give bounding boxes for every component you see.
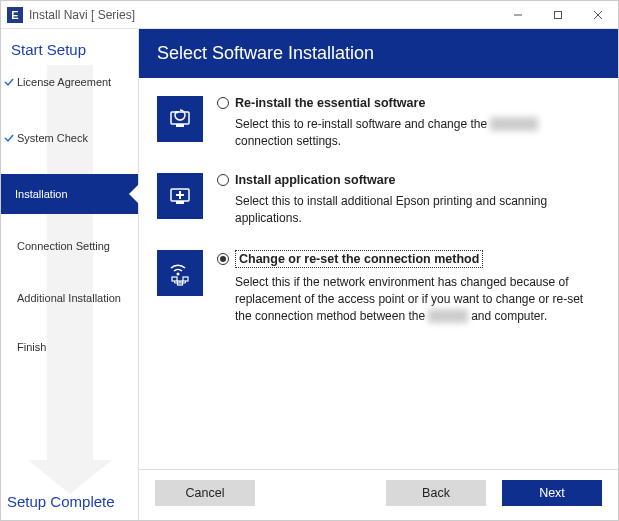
redacted-text: Printer: [428, 309, 467, 323]
option-title: Re-install the essential software: [235, 96, 425, 110]
radio-reinstall[interactable]: [217, 97, 229, 109]
back-button[interactable]: Back: [386, 480, 486, 506]
svg-rect-13: [183, 277, 188, 281]
sidebar-step-installation: Installation: [1, 174, 138, 214]
close-button[interactable]: [578, 1, 618, 28]
sidebar-start-label: Start Setup: [1, 29, 138, 66]
cancel-button[interactable]: Cancel: [155, 480, 255, 506]
network-icon: [157, 250, 203, 296]
option-title: Install application software: [235, 173, 395, 187]
svg-rect-5: [176, 124, 184, 127]
reinstall-icon: [157, 96, 203, 142]
minimize-icon: [513, 10, 523, 20]
sidebar-step-license: License Agreement: [1, 66, 138, 98]
svg-point-11: [177, 272, 180, 275]
install-apps-icon: [157, 173, 203, 219]
radio-install-apps[interactable]: [217, 174, 229, 186]
maximize-icon: [553, 10, 563, 20]
options-area: Re-install the essential software Select…: [139, 78, 618, 469]
svg-rect-1: [555, 11, 562, 18]
sidebar-step-finish: Finish: [1, 331, 138, 363]
redacted-text: Printer's: [490, 117, 538, 131]
option-description: Select this to re-install software and c…: [217, 116, 598, 151]
maximize-button[interactable]: [538, 1, 578, 28]
installer-window: E Install Navi [ Series] Start Setup: [0, 0, 619, 521]
svg-rect-4: [171, 112, 189, 124]
main-panel: Select Software Installation: [139, 29, 618, 520]
option-title: Change or re-set the connection method: [235, 250, 483, 268]
window-title: Install Navi [ Series]: [29, 8, 498, 22]
sidebar-step-label: Finish: [17, 341, 46, 353]
sidebar-step-label: Additional Installation: [17, 292, 121, 304]
sidebar-complete-label: Setup Complete: [1, 485, 138, 520]
titlebar: E Install Navi [ Series]: [1, 1, 618, 29]
sidebar-step-label: System Check: [17, 132, 88, 144]
checkmark-icon: [4, 133, 14, 143]
page-title: Select Software Installation: [139, 29, 618, 78]
radio-change-connection[interactable]: [217, 253, 229, 265]
next-button[interactable]: Next: [502, 480, 602, 506]
app-logo: E: [7, 7, 23, 23]
sidebar-step-additional: Additional Installation: [1, 282, 138, 315]
sidebar-step-label: Connection Setting: [17, 240, 110, 252]
minimize-button[interactable]: [498, 1, 538, 28]
footer: Cancel Back Next: [139, 469, 618, 520]
svg-rect-12: [172, 277, 177, 281]
sidebar-step-label: Installation: [15, 188, 68, 200]
sidebar-step-connection: Connection Setting: [1, 230, 138, 262]
svg-rect-8: [176, 201, 184, 204]
sidebar-step-label: License Agreement: [17, 76, 111, 88]
option-reinstall[interactable]: Re-install the essential software Select…: [157, 96, 598, 151]
window-controls: [498, 1, 618, 28]
sidebar-step-system-check: System Check: [1, 122, 138, 154]
option-description: Select this if the network environment h…: [217, 274, 598, 326]
checkmark-icon: [4, 77, 14, 87]
close-icon: [593, 10, 603, 20]
sidebar: Start Setup License Agreement System Che…: [1, 29, 139, 520]
option-install-apps[interactable]: Install application software Select this…: [157, 173, 598, 228]
option-change-connection[interactable]: Change or re-set the connection method S…: [157, 250, 598, 326]
option-description: Select this to install additional Epson …: [217, 193, 598, 228]
sidebar-steps: License Agreement System Check Installat…: [1, 66, 138, 485]
